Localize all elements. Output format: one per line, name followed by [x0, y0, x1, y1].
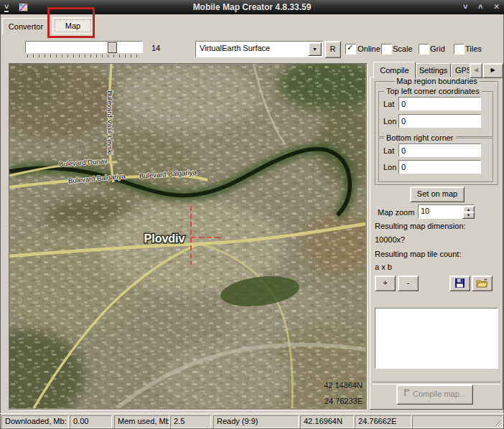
open-button[interactable]	[472, 275, 493, 291]
tab-scroll-right-icon[interactable]: ▶	[482, 63, 503, 78]
map-zoom-label: Map zoom	[378, 208, 414, 217]
resize-grip-icon[interactable]	[494, 418, 503, 428]
tl-lon-input[interactable]	[398, 114, 481, 128]
tab-scroll-left-icon[interactable]: ◀	[470, 63, 482, 78]
downloaded-value: 0.00	[70, 415, 112, 428]
map-zoom-spinbox[interactable]: ▲ ▼	[418, 204, 475, 219]
zoom-slider-thumb[interactable]	[108, 42, 117, 53]
status-bar: Downloaded, Mb: 0.00 Mem used, Mb: 2.5 R…	[0, 413, 504, 429]
scale-checkbox[interactable]	[381, 44, 392, 55]
mem-used-value: 2.5	[170, 415, 211, 428]
close-icon[interactable]: ✕	[493, 3, 500, 11]
map-zoom-spinner: ▲ ▼	[462, 206, 473, 217]
grid-checkbox-label[interactable]: Grid	[430, 44, 445, 53]
tl-lat-input[interactable]	[398, 97, 481, 110]
scale-checkbox-label[interactable]: Scale	[393, 44, 413, 53]
status-lon: 24.76662E	[355, 415, 411, 428]
bottom-right-title: Bottom right corner	[384, 133, 456, 142]
grid-checkbox[interactable]	[419, 44, 429, 55]
refresh-button[interactable]: R	[325, 41, 341, 58]
downloaded-label: Downloaded, Mb:	[1, 415, 69, 428]
street-label-vasil-levski: Bulevard Vasil Levski	[106, 90, 114, 155]
check-icon: ✓	[347, 43, 353, 52]
slider-tick-marks	[27, 55, 142, 57]
br-lon-input[interactable]	[398, 160, 481, 174]
status-lat: 42.16964N	[300, 415, 354, 428]
city-label: Plovdiv	[144, 232, 185, 245]
spin-down-icon[interactable]: ▼	[462, 212, 475, 219]
status-empty-panel	[412, 415, 503, 428]
zoom-slider[interactable]	[25, 41, 143, 53]
tl-lon-label: Lon	[383, 117, 396, 126]
minimize-icon[interactable]: ˅	[463, 3, 467, 11]
map-cursor-lat: 42.14864N	[324, 381, 363, 390]
bottom-right-groupbox: Bottom right corner Lat Lon	[378, 138, 494, 183]
app-window: ˅ Mobile Map Creator 4.8.33.59 ˅ ˄ ✕ Con…	[0, 0, 504, 429]
tab-settings[interactable]: Settings	[416, 63, 451, 77]
status-message: Ready (9:9)	[213, 415, 299, 428]
dimension-value: 10000x?	[375, 235, 405, 244]
zoom-in-button[interactable]: +	[375, 275, 396, 291]
online-checkbox[interactable]: ✓	[345, 44, 356, 55]
map-region-groupbox: Map region boundaries Top left corner co…	[375, 81, 499, 186]
top-left-title: Top left corner coordinates	[384, 87, 482, 95]
zoom-out-button[interactable]: -	[398, 275, 419, 291]
compile-tab-page: Map region boundaries Top left corner co…	[370, 77, 503, 410]
right-panel: Compile Settings GPS ◀ ▶ Map region boun…	[370, 61, 503, 409]
map-zoom-input[interactable]	[419, 205, 460, 217]
tab-compile[interactable]: Compile	[373, 62, 416, 78]
chevron-down-icon[interactable]: ▼	[308, 42, 322, 56]
map-canvas[interactable]: Bulevard Vasil Levski Bulevard Dunav Bul…	[9, 63, 368, 410]
save-button[interactable]	[449, 275, 470, 291]
br-lat-input[interactable]	[398, 143, 481, 157]
map-cursor-lon: 24.76233E	[325, 397, 363, 405]
tile-count-label: Resulting map tile count:	[375, 250, 461, 258]
save-icon	[454, 278, 465, 290]
annotation-rectangle	[47, 7, 95, 38]
open-folder-icon	[476, 278, 488, 289]
set-on-map-button[interactable]: Set on map	[410, 187, 465, 202]
tiles-checkbox[interactable]	[454, 44, 465, 55]
flag-icon	[403, 385, 411, 402]
compile-map-button[interactable]: Compile map...	[396, 385, 473, 405]
maximize-icon[interactable]: ˄	[478, 3, 482, 11]
br-lat-label: Lat	[383, 146, 394, 155]
satellite-map: Bulevard Vasil Levski Bulevard Dunav Bul…	[9, 64, 365, 408]
map-type-select[interactable]: VirtualEarth Surface ▼	[195, 41, 323, 57]
top-left-groupbox: Top left corner coordinates Lat Lon	[378, 91, 494, 138]
tl-lat-label: Lat	[383, 100, 394, 108]
tiles-checkbox-label[interactable]: Tiles	[465, 44, 482, 53]
tile-count-value: a x b	[375, 263, 392, 271]
mem-used-label: Mem used, Mb:	[114, 415, 169, 428]
tile-listbox[interactable]	[375, 308, 498, 369]
br-lon-label: Lon	[383, 163, 396, 171]
zoom-level-value: 14	[151, 44, 176, 52]
online-checkbox-label[interactable]: Online	[358, 44, 381, 53]
map-type-value: VirtualEarth Surface	[200, 44, 304, 52]
tab-convertor[interactable]: Convertor	[2, 18, 50, 34]
compile-map-label: Compile map...	[413, 390, 466, 398]
dimension-label: Resulting map dimension:	[375, 222, 466, 230]
